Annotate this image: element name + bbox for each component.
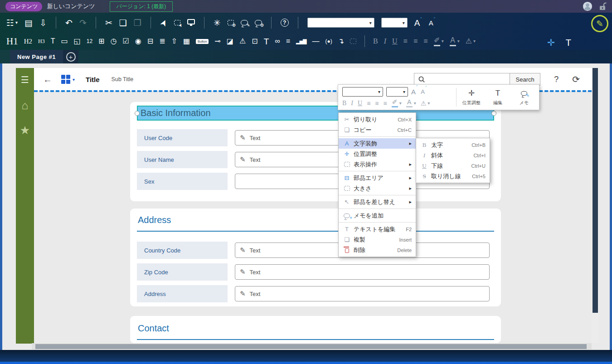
position-adjust-button[interactable]: ✛ 位置調整 <box>458 89 485 106</box>
user-avatar[interactable] <box>583 1 593 11</box>
version-badge[interactable]: バージョン: 1 (最新) <box>110 1 173 12</box>
menu-item-edit-text[interactable]: T テキストを編集F2 <box>339 224 416 234</box>
chevron-down-icon[interactable]: ▾ <box>73 77 75 82</box>
area-select-button[interactable]: ➤ <box>174 20 180 25</box>
inline-field-button[interactable]: ▭ <box>61 38 68 45</box>
tab-new-page-1[interactable]: New Page #1 <box>10 50 63 63</box>
help-icon[interactable]: ? <box>554 75 559 84</box>
vertical-scrollbar-thumb[interactable] <box>593 68 598 313</box>
menu-item-part-area[interactable]: ⊟ 部品エリア▸ <box>339 173 416 183</box>
font-increase-button[interactable]: Aˆ <box>414 19 422 27</box>
undo-button[interactable]: ↶ <box>65 19 73 27</box>
edit-button[interactable]: T 編集 <box>485 89 511 106</box>
font-color-button[interactable]: A▾ <box>450 37 460 46</box>
menu-item-duplicate[interactable]: ❏ 複製Insert <box>339 234 416 245</box>
text-field-button[interactable]: T <box>51 38 55 45</box>
publish-db-button[interactable]: ☷▾ <box>6 19 18 27</box>
preview-button[interactable] <box>187 19 195 26</box>
export-button[interactable]: ⇩ <box>39 19 47 27</box>
menu-item-copy[interactable]: ❏ コピーCtrl+C <box>339 125 416 135</box>
back-arrow-icon[interactable]: ← <box>43 74 52 85</box>
copy-button[interactable]: ❏ <box>119 19 127 27</box>
menu-item-cut[interactable]: ✂ 切り取りCtrl+X <box>339 114 416 125</box>
home-icon[interactable]: ⌂ <box>21 99 28 112</box>
hamburger-icon[interactable]: ☰ <box>21 74 29 85</box>
memo-settings-button[interactable]: ⚙ <box>255 20 262 25</box>
text-input-field[interactable]: ✎Text <box>235 286 490 301</box>
submenu-item-italic[interactable]: I 斜体Ctrl+I <box>416 150 490 160</box>
select-field-button[interactable]: ⊟ <box>147 38 153 45</box>
fill-color-button[interactable]: ✐▾ <box>434 37 444 46</box>
refresh-icon[interactable]: ⟳ <box>572 74 580 85</box>
menu-item-delete[interactable]: 削除Delete <box>339 245 416 255</box>
panel-button[interactable]: ⊡ <box>252 38 257 45</box>
submenu-item-bold[interactable]: B 太字Ctrl+B <box>416 140 490 150</box>
memo-edit-button[interactable]: ✎ <box>241 20 248 25</box>
resize-handle-left[interactable] <box>135 111 140 116</box>
checkbox-button[interactable]: ☑ <box>122 38 129 45</box>
status-part-button[interactable]: ⚠ <box>239 38 246 45</box>
menu-item-display-operation[interactable]: 表示操作▸ <box>339 159 416 170</box>
submenu-item-strikethrough[interactable]: S 取り消し線Ctrl+5 <box>416 171 490 181</box>
search-input[interactable] <box>428 76 506 83</box>
add-page-button[interactable]: + <box>63 50 78 63</box>
menu-item-replace-part[interactable]: ↖ 部品を差し替え▸ <box>339 197 416 207</box>
heading1-button[interactable]: H1 <box>6 37 18 46</box>
date-field-button[interactable]: ⊞ <box>98 38 104 45</box>
section-title[interactable]: Address <box>137 214 494 231</box>
horizontal-scrollbar[interactable] <box>32 343 592 349</box>
text-input-field[interactable]: ✎Text <box>235 264 490 280</box>
toggle-button[interactable]: (●) <box>325 39 332 44</box>
unlock-icon[interactable] <box>599 2 607 11</box>
hline-button[interactable]: — <box>312 38 319 45</box>
fill-color-button[interactable]: ✐▾ <box>392 99 402 107</box>
heading3-button[interactable]: H3 <box>38 39 45 44</box>
image-button[interactable]: ◪ <box>227 38 233 45</box>
star-icon[interactable]: ★ <box>20 124 30 137</box>
listbox-button[interactable]: ≣ <box>159 38 165 45</box>
submenu-item-underline[interactable]: U 下線Ctrl+U <box>416 160 490 171</box>
table-button[interactable]: ▦ <box>183 38 190 45</box>
menu-item-text-decoration[interactable]: A 文字装飾▸ <box>339 138 416 149</box>
time-field-button[interactable]: ◷ <box>110 38 117 45</box>
textarea-button[interactable]: ◱ <box>74 38 81 45</box>
select-tool-button[interactable]: ➤ <box>160 19 167 27</box>
text-part-button[interactable]: T <box>264 37 269 46</box>
status-style-button[interactable]: ⚠▾ <box>466 38 476 45</box>
horizontal-scrollbar-thumb[interactable] <box>35 344 587 349</box>
memo-button[interactable]: ✎ メモ <box>511 89 537 106</box>
font-size-select[interactable]: ▾ <box>386 87 408 97</box>
font-color-button[interactable]: A▾ <box>406 99 416 107</box>
edit-mode-toggle[interactable]: ✎ <box>591 15 608 32</box>
flow-button[interactable]: ↴ <box>338 38 344 45</box>
font-increase-button[interactable]: Aˆ <box>411 88 418 96</box>
number-field-button[interactable]: 12 <box>87 39 92 44</box>
text-edit-icon[interactable]: T <box>566 38 571 47</box>
font-decrease-button[interactable]: Aˇ <box>421 88 427 95</box>
switch-button[interactable]: ⊸ <box>214 38 220 45</box>
status-style-button[interactable]: ⚠▾ <box>421 100 430 107</box>
font-decrease-button[interactable]: Aˇ <box>429 19 435 26</box>
menu-item-add-memo[interactable]: + メモを追加 <box>339 210 416 221</box>
chart-button[interactable]: ▂▅▇ <box>296 39 306 44</box>
link-button[interactable]: ∞ <box>275 38 280 45</box>
font-family-select[interactable]: ▾ <box>342 87 383 97</box>
radio-button[interactable]: ◉ <box>135 38 141 45</box>
cut-button[interactable]: ✂ <box>105 19 112 27</box>
menu-item-size[interactable]: 大きさ▸ <box>339 183 416 194</box>
upload-button[interactable]: ⇧ <box>171 38 177 45</box>
source-view-button[interactable]: ▤ <box>24 19 33 27</box>
help-button[interactable]: ? <box>281 19 289 27</box>
app-grid-icon[interactable] <box>61 75 70 84</box>
resize-handle-right[interactable] <box>491 111 496 116</box>
list-part-button[interactable]: ≡ <box>286 38 290 45</box>
font-family-select[interactable]: ▾ <box>307 18 374 28</box>
vertical-scrollbar[interactable] <box>592 68 598 343</box>
button-part-button[interactable]: Button <box>196 39 209 44</box>
area-settings-button[interactable]: ⚙ <box>228 20 234 25</box>
font-size-select[interactable]: ▾ <box>381 18 408 28</box>
menu-item-position-adjust[interactable]: ✛ 位置調整 <box>339 149 416 159</box>
heading2-button[interactable]: H2 <box>24 38 32 45</box>
search-button[interactable]: Search <box>510 73 540 86</box>
loading-parts-button[interactable]: ✳ <box>214 19 221 27</box>
